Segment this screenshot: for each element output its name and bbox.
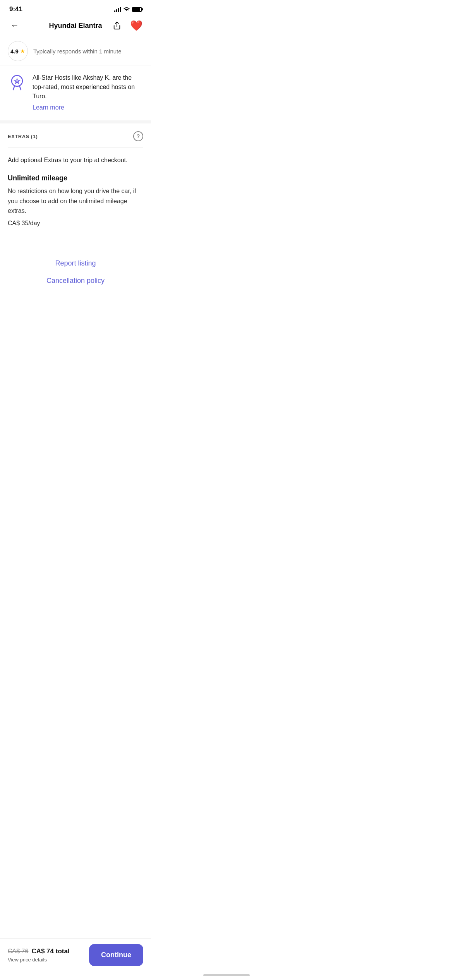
page-header: ← Hyundai Elantra ❤️ [0, 15, 151, 37]
back-arrow-icon: ← [10, 21, 19, 31]
allstar-description: All-Star Hosts like Akshay K. are the to… [33, 73, 143, 101]
svg-point-5 [16, 80, 18, 82]
wifi-icon [124, 6, 130, 12]
cancellation-policy-link[interactable]: Cancellation policy [46, 277, 105, 285]
heart-icon: ❤️ [130, 20, 142, 32]
signal-icon [114, 7, 121, 12]
back-button[interactable]: ← [8, 19, 22, 33]
rating-bar: 4.9 ★ Typically responds within 1 minute [0, 37, 151, 65]
extra-item: Unlimited mileage No restrictions on how… [8, 174, 143, 227]
response-time-text: Typically responds within 1 minute [33, 48, 122, 55]
share-icon [113, 21, 121, 30]
svg-line-3 [13, 86, 15, 90]
battery-icon [132, 7, 142, 12]
page-title: Hyundai Elantra [49, 22, 102, 30]
extras-title: EXTRAS (1) [8, 134, 38, 139]
extra-item-description: No restrictions on how long you drive th… [8, 186, 143, 216]
rating-badge: 4.9 ★ [8, 41, 28, 61]
help-button[interactable]: ? [133, 131, 143, 141]
learn-more-link[interactable]: Learn more [33, 104, 64, 111]
status-icons [114, 6, 142, 12]
extras-section: EXTRAS (1) ? Add optional Extras to your… [0, 123, 151, 236]
share-button[interactable] [110, 19, 124, 33]
header-actions: ❤️ [110, 19, 143, 33]
status-time: 9:41 [9, 5, 22, 13]
status-bar: 9:41 [0, 0, 151, 15]
question-mark-icon: ? [137, 133, 140, 139]
report-listing-link[interactable]: Report listing [55, 259, 96, 267]
extra-item-title: Unlimited mileage [8, 174, 143, 182]
allstar-content: All-Star Hosts like Akshay K. are the to… [33, 73, 143, 111]
extra-item-price: CA$ 35/day [8, 220, 143, 227]
extras-intro-text: Add optional Extras to your trip at chec… [8, 156, 143, 165]
allstar-host-section: All-Star Hosts like Akshay K. are the to… [0, 65, 151, 123]
allstar-badge-icon [8, 73, 26, 92]
favorite-button[interactable]: ❤️ [129, 19, 143, 33]
svg-line-4 [19, 86, 21, 90]
extras-header: EXTRAS (1) ? [8, 123, 143, 148]
rating-number: 4.9 [10, 48, 19, 55]
star-icon: ★ [20, 48, 25, 54]
links-section: Report listing Cancellation policy [0, 236, 151, 296]
